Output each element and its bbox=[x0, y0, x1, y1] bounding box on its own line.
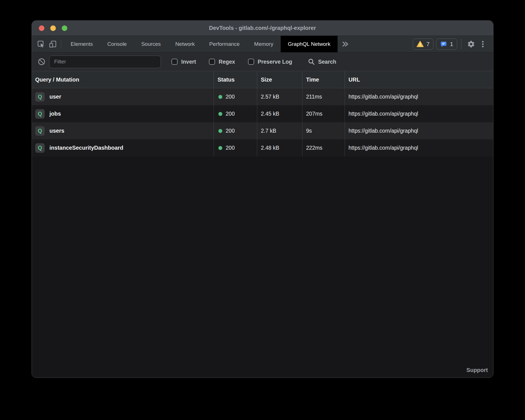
table-row[interactable]: QinstanceSecurityDashboard2002.48 kB222m… bbox=[32, 139, 493, 156]
table-row[interactable]: Qjobs2002.45 kB207mshttps://gitlab.com/a… bbox=[32, 105, 493, 122]
invert-toggle[interactable]: Invert bbox=[171, 59, 196, 65]
query-cell: Qusers bbox=[32, 122, 214, 139]
block-icon bbox=[38, 58, 46, 66]
status-ok-dot bbox=[218, 146, 222, 150]
more-tabs-button[interactable] bbox=[338, 36, 353, 52]
table-header: Query / MutationStatusSizeTimeURL bbox=[32, 71, 493, 88]
window-title: DevTools - gitlab.com/-/graphql-explorer bbox=[32, 25, 493, 31]
more-tabs-chevron-icon bbox=[342, 41, 349, 47]
column-header-status[interactable]: Status bbox=[214, 71, 257, 88]
preserve-log-toggle[interactable]: Preserve Log bbox=[248, 59, 292, 65]
status-ok-dot bbox=[218, 129, 222, 133]
query-type-badge: Q bbox=[35, 126, 45, 136]
settings-button[interactable] bbox=[465, 38, 477, 50]
tab-sources[interactable]: Sources bbox=[134, 36, 168, 52]
status-cell: 200 bbox=[214, 139, 257, 156]
url-cell: https://gitlab.com/api/graphql bbox=[345, 105, 493, 122]
size-cell: 2.48 kB bbox=[257, 139, 302, 156]
time-cell: 211ms bbox=[302, 88, 345, 105]
warning-icon bbox=[417, 41, 424, 47]
query-name: user bbox=[49, 94, 61, 100]
empty-log-area: Support bbox=[32, 156, 493, 378]
warning-count: 7 bbox=[426, 41, 430, 47]
regex-checkbox[interactable] bbox=[209, 59, 215, 65]
url-cell: https://gitlab.com/api/graphql bbox=[345, 122, 493, 139]
inspect-element-button[interactable] bbox=[35, 38, 47, 50]
url-cell: https://gitlab.com/api/graphql bbox=[345, 88, 493, 105]
gear-icon bbox=[467, 40, 475, 48]
status-cell: 200 bbox=[214, 122, 257, 139]
time-cell: 222ms bbox=[302, 139, 345, 156]
preserve-log-label: Preserve Log bbox=[258, 59, 292, 65]
query-name: instanceSecurityDashboard bbox=[49, 145, 123, 151]
tabbar-separator bbox=[61, 40, 61, 49]
status-ok-dot bbox=[218, 112, 222, 116]
column-header-query-mutation[interactable]: Query / Mutation bbox=[32, 71, 214, 88]
device-toolbar-button[interactable] bbox=[47, 38, 59, 50]
inspect-cursor-icon bbox=[37, 40, 45, 48]
table-row[interactable]: Qusers2002.7 kB9shttps://gitlab.com/api/… bbox=[32, 122, 493, 139]
message-count: 1 bbox=[450, 41, 453, 47]
query-cell: Quser bbox=[32, 88, 214, 105]
status-code: 200 bbox=[226, 145, 235, 151]
regex-toggle[interactable]: Regex bbox=[209, 59, 235, 65]
filter-input[interactable] bbox=[49, 56, 161, 68]
search-button[interactable]: Search bbox=[308, 58, 336, 65]
tabbar-right-cluster: 7 1 bbox=[410, 38, 493, 50]
tab-memory[interactable]: Memory bbox=[247, 36, 281, 52]
table-row[interactable]: Quser2002.57 kB211mshttps://gitlab.com/a… bbox=[32, 88, 493, 105]
actions-separator bbox=[461, 39, 461, 49]
regex-label: Regex bbox=[219, 59, 235, 65]
table-body: Quser2002.57 kB211mshttps://gitlab.com/a… bbox=[32, 88, 493, 156]
status-code: 200 bbox=[226, 111, 235, 117]
query-type-badge: Q bbox=[35, 143, 45, 153]
url-cell: https://gitlab.com/api/graphql bbox=[345, 139, 493, 156]
column-header-url[interactable]: URL bbox=[345, 71, 493, 88]
status-ok-dot bbox=[218, 95, 222, 99]
search-label: Search bbox=[318, 59, 336, 65]
size-cell: 2.57 kB bbox=[257, 88, 302, 105]
query-name: users bbox=[49, 128, 64, 134]
query-cell: Qjobs bbox=[32, 105, 214, 122]
status-code: 200 bbox=[226, 94, 235, 100]
messages-badge[interactable]: 1 bbox=[436, 39, 457, 50]
size-cell: 2.7 kB bbox=[257, 122, 302, 139]
invert-checkbox[interactable] bbox=[171, 59, 178, 65]
query-name: jobs bbox=[49, 111, 61, 117]
column-header-size[interactable]: Size bbox=[257, 71, 302, 88]
tab-graphql-network[interactable]: GraphQL Network bbox=[281, 36, 338, 52]
tab-performance[interactable]: Performance bbox=[202, 36, 247, 52]
device-toolbar-icon bbox=[49, 40, 57, 48]
chat-bubble-icon bbox=[440, 41, 447, 47]
size-cell: 2.45 kB bbox=[257, 105, 302, 122]
clear-log-button[interactable] bbox=[36, 56, 47, 68]
devtools-tabs: ElementsConsoleSourcesNetworkPerformance… bbox=[63, 36, 338, 52]
support-link[interactable]: Support bbox=[466, 367, 488, 373]
column-header-time[interactable]: Time bbox=[302, 71, 345, 88]
devtools-tabbar: ElementsConsoleSourcesNetworkPerformance… bbox=[32, 36, 493, 52]
tab-network[interactable]: Network bbox=[168, 36, 202, 52]
kebab-menu-icon bbox=[479, 40, 486, 48]
devtools-window: DevTools - gitlab.com/-/graphql-explorer… bbox=[32, 20, 493, 378]
more-options-button[interactable] bbox=[477, 38, 489, 50]
tab-console[interactable]: Console bbox=[100, 36, 134, 52]
status-cell: 200 bbox=[214, 88, 257, 105]
warnings-badge[interactable]: 7 bbox=[413, 39, 434, 50]
window-titlebar[interactable]: DevTools - gitlab.com/-/graphql-explorer bbox=[32, 21, 493, 36]
query-type-badge: Q bbox=[35, 92, 45, 102]
time-cell: 207ms bbox=[302, 105, 345, 122]
time-cell: 9s bbox=[302, 122, 345, 139]
preserve-log-checkbox[interactable] bbox=[248, 59, 254, 65]
status-cell: 200 bbox=[214, 105, 257, 122]
query-type-badge: Q bbox=[35, 109, 45, 119]
tab-elements[interactable]: Elements bbox=[63, 36, 100, 52]
query-cell: QinstanceSecurityDashboard bbox=[32, 139, 214, 156]
filter-toolbar: Invert Regex Preserve Log Search bbox=[32, 52, 493, 71]
status-code: 200 bbox=[226, 128, 235, 134]
search-icon bbox=[308, 58, 315, 65]
invert-label: Invert bbox=[181, 59, 196, 65]
